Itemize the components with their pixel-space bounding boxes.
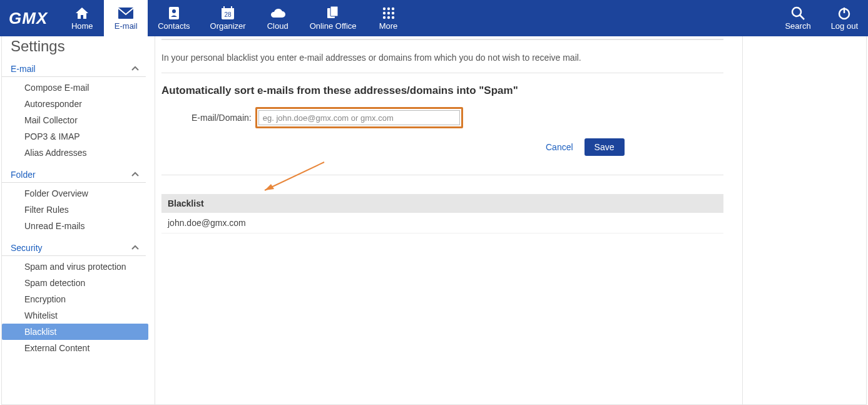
top-nav: GMX Home E-mail Contacts 28 Organizer [0,0,868,36]
sidebar-item-compose[interactable]: Compose E-mail [2,79,148,96]
divider [161,73,723,73]
nav-main: Home E-mail Contacts 28 Organizer Cloud [60,0,410,36]
chevron-up-icon [131,170,140,179]
sidebar-section-email[interactable]: E-mail [2,61,146,77]
blacklist-header: Blacklist [161,194,723,213]
nav-item-logout[interactable]: Log out [821,0,868,36]
envelope-icon [118,6,134,20]
nav-item-organizer[interactable]: 28 Organizer [200,0,256,36]
svg-rect-7 [231,6,232,9]
page-body: Settings E-mail Compose E-mail Autorespo… [1,36,867,405]
search-icon [791,6,805,20]
blacklist-row[interactable]: john.doe@gmx.com [161,213,723,233]
nav-item-home[interactable]: Home [60,0,104,36]
svg-text:28: 28 [225,11,232,18]
power-icon [837,6,851,20]
svg-point-16 [382,16,385,18]
sidebar-item-autoresponder[interactable]: Autoresponder [2,96,148,112]
svg-point-11 [387,7,389,9]
nav-label: Log out [831,21,858,31]
nav-item-search[interactable]: Search [775,0,820,36]
nav-label: More [379,21,398,31]
nav-label: Organizer [210,21,246,31]
blacklist-description: In your personal blacklist you enter e-m… [161,39,723,73]
nav-item-email[interactable]: E-mail [104,0,148,36]
sidebar-item-encryption[interactable]: Encryption [2,291,148,307]
email-domain-row: E-mail/Domain: [191,107,723,128]
section-label: Security [11,243,43,253]
svg-marker-24 [265,184,274,190]
brand-logo[interactable]: GMX [0,0,60,36]
page-title: Settings [11,38,155,55]
svg-point-13 [382,11,385,14]
save-button[interactable]: Save [585,138,625,156]
sidebar-item-alias[interactable]: Alias Addresses [2,145,148,161]
svg-point-2 [172,9,176,13]
sidebar-section-folder[interactable]: Folder [2,167,146,183]
nav-label: Home [71,21,93,31]
svg-point-14 [387,11,389,14]
nav-right: Search Log out [775,0,868,36]
svg-point-18 [391,16,394,18]
sidebar-item-externalcontent[interactable]: External Content [2,340,148,356]
divider [161,175,723,175]
svg-point-15 [391,11,394,14]
form-buttons: Cancel Save [161,138,723,156]
sidebar-item-mailcollector[interactable]: Mail Collector [2,112,148,128]
calendar-icon: 28 [221,6,235,20]
sidebar-item-unread[interactable]: Unread E-mails [2,218,148,234]
sidebar-item-whitelist[interactable]: Whitelist [2,307,148,324]
grid-icon [382,6,395,20]
home-icon [74,6,89,20]
sidebar-item-pop3imap[interactable]: POP3 & IMAP [2,128,148,145]
nav-label: Online Office [310,21,357,31]
cloud-icon [270,6,286,20]
blacklist-table: Blacklist john.doe@gmx.com [161,194,723,233]
nav-label: Contacts [158,21,190,31]
contacts-icon [168,6,180,20]
nav-spacer [411,0,775,36]
svg-line-23 [265,162,324,190]
chevron-up-icon [131,64,140,73]
nav-label: Cloud [267,21,288,31]
svg-line-20 [800,15,804,19]
chevron-up-icon [131,244,140,252]
sidebar-item-folderoverview[interactable]: Folder Overview [2,185,148,202]
settings-sidebar: Settings E-mail Compose E-mail Autorespo… [2,36,155,404]
section-heading: Automatically sort e-mails from these ad… [161,85,723,97]
svg-point-19 [792,8,801,16]
svg-point-12 [391,7,394,9]
sidebar-item-filterrules[interactable]: Filter Rules [2,202,148,218]
input-highlight-annotation [255,107,463,128]
nav-item-cloud[interactable]: Cloud [256,0,300,36]
nav-item-more[interactable]: More [367,0,411,36]
nav-label: E-mail [115,21,138,31]
nav-item-onlineoffice[interactable]: Online Office [300,0,367,36]
sidebar-item-spamdetection[interactable]: Spam detection [2,275,148,291]
svg-rect-9 [330,6,338,16]
cancel-button[interactable]: Cancel [546,142,573,152]
sidebar-item-spamvirus[interactable]: Spam and virus protection [2,259,148,275]
nav-item-contacts[interactable]: Contacts [148,0,200,36]
right-gutter [742,36,866,404]
main-content: In your personal blacklist you enter e-m… [155,36,742,404]
section-label: E-mail [11,64,36,74]
sidebar-section-security[interactable]: Security [2,240,146,256]
svg-point-10 [382,7,385,9]
email-domain-label: E-mail/Domain: [191,113,252,123]
documents-icon [325,6,340,20]
section-label: Folder [11,170,36,180]
svg-rect-6 [223,6,225,9]
svg-point-17 [387,16,389,18]
sidebar-item-blacklist[interactable]: Blacklist [2,324,148,340]
email-domain-input[interactable] [258,110,460,125]
nav-label: Search [785,21,810,31]
